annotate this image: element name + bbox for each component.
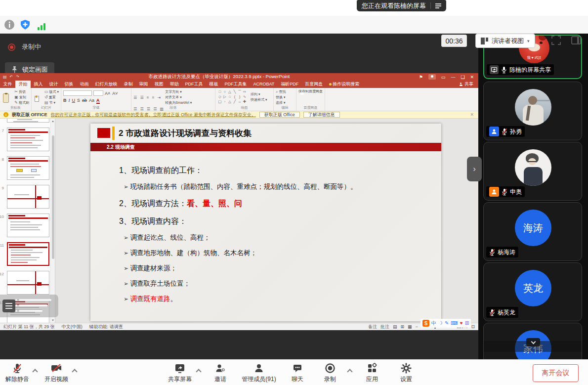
tab-design[interactable]: 设计 xyxy=(46,81,61,88)
comments-button[interactable]: 批注 xyxy=(380,324,389,330)
scroll-up-arrow[interactable]: ▲ xyxy=(51,119,55,124)
slide-thumbnail-panel[interactable]: 7 8 xyxy=(0,119,55,323)
quick-access-toolbar[interactable]: ▤↶↷ xyxy=(0,75,19,79)
normal-view-icon[interactable]: ▤ xyxy=(393,324,397,329)
notes-button[interactable]: 备注 xyxy=(368,324,377,330)
toolbox-icon[interactable]: ⊞ xyxy=(465,320,469,327)
account-avatar[interactable] xyxy=(428,74,436,80)
halfmoon-icon[interactable]: ☽ xyxy=(438,320,443,327)
start-video-button[interactable]: 开启视频 xyxy=(42,362,70,384)
scrollbar-thumb[interactable] xyxy=(52,135,54,259)
minimize-button[interactable]: — xyxy=(451,75,455,80)
invite-button[interactable]: 邀请 xyxy=(209,362,232,384)
tab-insert[interactable]: 插入 xyxy=(31,81,46,88)
close-button[interactable]: ✕ xyxy=(470,75,474,80)
tab-slideshow[interactable]: 幻灯片放映 xyxy=(92,81,121,88)
network-signal-icon[interactable] xyxy=(36,19,47,30)
current-slide[interactable]: 2 市政道路设计现场调查与资料收集 2.2 现场调查 1、现场调查前的工作： 现… xyxy=(90,124,441,321)
zoom-out-icon[interactable]: − xyxy=(416,324,418,329)
input-method-toolbar[interactable]: S 中 ☽ ✎ ⌨ ♥ ⊞ xyxy=(420,319,471,328)
replace-button[interactable]: 替换 ▾ xyxy=(276,95,294,100)
slide-thumbnail-10[interactable] xyxy=(7,214,49,237)
keyboard-icon[interactable]: ⌨ xyxy=(451,320,458,327)
font-style-buttons[interactable]: BIUSabAaA xyxy=(63,98,100,104)
share-screen-button[interactable]: 共享屏幕 xyxy=(166,362,194,384)
layout-button[interactable]: ▭ 版式 ▾ xyxy=(44,89,59,94)
new-slide-icon[interactable] xyxy=(35,96,39,102)
tab-foxit-pdf[interactable]: 福昕PDF xyxy=(278,81,302,88)
language-indicator[interactable]: 中文(中国) xyxy=(62,324,83,330)
chinese-mode-icon[interactable]: 中 xyxy=(431,320,436,327)
tab-home[interactable]: 开始 xyxy=(15,81,31,88)
fit-slide-icon[interactable]: ⊡ xyxy=(471,324,475,329)
list-buttons[interactable]: ☰ ☰ ≡ ≡ ⇥ xyxy=(133,95,162,100)
ppt-title-bar[interactable]: ▤↶↷ 市政道路设计方法及要点（毕业设计版）2022.3.9.pptx - Po… xyxy=(0,73,478,81)
participant-tile[interactable]: 英龙 杨英龙 xyxy=(483,262,582,321)
learn-more-button[interactable]: 了解详细信息 xyxy=(303,112,340,118)
tab-file[interactable]: 文件 xyxy=(0,81,15,88)
license-warning-text[interactable]: 你的许可证并非正版，你可能是盗版软件的受害者。立即通过正版 Office 避免中… xyxy=(51,112,256,118)
slide-thumbnail-partial[interactable] xyxy=(7,119,49,123)
heart-icon[interactable]: ♥ xyxy=(460,320,463,327)
unmute-button[interactable]: 解除静音 xyxy=(3,362,32,384)
share-options-caret[interactable] xyxy=(196,369,201,374)
manage-members-button[interactable]: 管理成员(91) xyxy=(237,362,281,384)
ppt-share-button[interactable]: 共享 xyxy=(459,81,478,88)
reset-button[interactable]: ↺ 重置 xyxy=(44,95,59,100)
menu-handle-icon[interactable] xyxy=(2,299,15,312)
paste-icon[interactable] xyxy=(3,93,9,103)
view-mode-dropdown[interactable]: 演讲者视图 ▾ xyxy=(475,34,535,48)
tab-help[interactable]: 帮助 xyxy=(167,81,182,88)
tab-pdf-tools[interactable]: PDF工具 xyxy=(182,81,206,88)
floating-menu-panel[interactable] xyxy=(0,295,58,317)
arrange-button[interactable]: 排列 ▾ xyxy=(251,92,267,97)
banner-menu-icon[interactable] xyxy=(435,3,441,8)
copy-button[interactable]: ▣ 复制 xyxy=(14,95,29,100)
tab-acrobat[interactable]: ACROBAT xyxy=(250,81,278,88)
apps-button[interactable]: 应用 xyxy=(361,362,383,384)
tab-record[interactable]: 录制 xyxy=(121,81,136,88)
scroll-down-arrow[interactable]: ▼ xyxy=(51,318,55,323)
audio-options-caret[interactable] xyxy=(32,369,38,374)
participant-tile[interactable]: 孙勇 xyxy=(483,82,582,140)
accessibility-status[interactable]: 辅助功能: 请调查 xyxy=(89,324,123,330)
viewing-screen-banner[interactable]: 您正在观看陈楠的屏幕 xyxy=(357,0,446,11)
tab-template[interactable]: 模板 xyxy=(206,81,221,88)
slide-thumbnail-11-selected[interactable] xyxy=(7,242,49,266)
settings-button[interactable]: 设置 xyxy=(395,362,418,384)
get-genuine-office-button[interactable]: 获取正版 Office xyxy=(259,112,300,118)
cut-button[interactable]: ✂ 剪切 xyxy=(14,89,29,94)
quick-styles-button[interactable]: 快速样式 ▾ xyxy=(251,97,267,102)
section-button[interactable]: ▤ 节 ▾ xyxy=(44,100,59,105)
toggle-sidebar-button[interactable] xyxy=(571,36,581,44)
record-button[interactable]: 录制 xyxy=(319,362,341,384)
security-shield-icon[interactable] xyxy=(20,19,31,30)
collapse-sidebar-handle[interactable]: › xyxy=(467,157,482,181)
slide-thumbnail-9[interactable] xyxy=(7,185,49,209)
format-painter-button[interactable]: ✎ 格式刷 xyxy=(14,100,29,105)
participant-tile[interactable]: 海涛 杨海涛 xyxy=(483,202,582,261)
font-name-box[interactable] xyxy=(63,90,92,96)
align-text-button[interactable]: 对齐文本 ▾ xyxy=(165,95,192,100)
text-direction-button[interactable]: 文字方向 ▾ xyxy=(165,89,192,94)
participant-tile[interactable]: 家伟 xyxy=(483,323,582,359)
reading-view-icon[interactable]: ▦ xyxy=(408,324,412,329)
chat-button[interactable]: 聊天 xyxy=(288,362,307,384)
tab-pdf-toolset[interactable]: PDF工具集 xyxy=(221,81,250,88)
collapse-videos-button[interactable] xyxy=(526,338,540,346)
find-button[interactable]: ⌕ 查找 xyxy=(276,89,294,94)
sogou-logo-icon[interactable]: S xyxy=(422,320,429,327)
meeting-info-icon[interactable] xyxy=(4,19,15,30)
thumbnail-scrollbar[interactable]: ▲ ▼ xyxy=(50,119,55,323)
ribbon-display-icon[interactable]: ▭ xyxy=(441,75,446,80)
shapes-gallery[interactable]: □○△╲⌒⇨ ◇▷☆()∿ ▢◦△╱↔✚ xyxy=(217,89,247,104)
tab-view[interactable]: 视图 xyxy=(151,81,167,88)
video-options-caret[interactable] xyxy=(72,369,77,374)
tab-tell-me[interactable]: 操作说明搜索 xyxy=(326,81,363,88)
tab-review[interactable]: 审阅 xyxy=(136,81,151,88)
slide-thumbnail-8[interactable] xyxy=(7,156,49,180)
fullscreen-button[interactable] xyxy=(551,36,561,45)
pen-icon[interactable]: ✎ xyxy=(445,320,449,327)
tab-animations[interactable]: 动画 xyxy=(77,81,92,88)
tab-transitions[interactable]: 切换 xyxy=(61,81,77,88)
